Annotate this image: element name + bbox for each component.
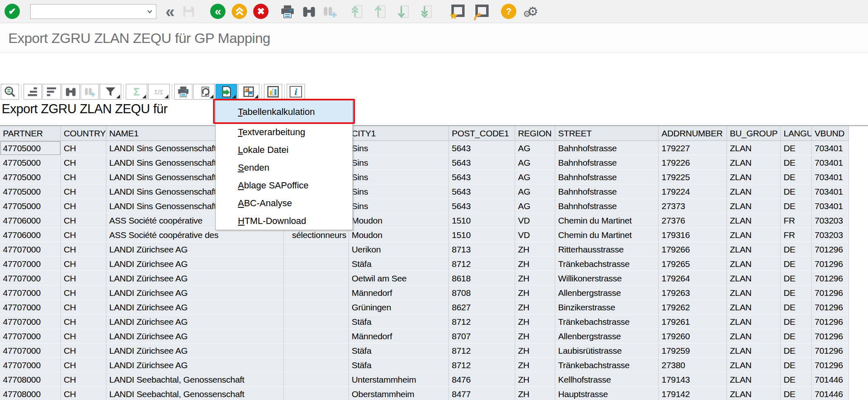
cell[interactable]: ZH [515,387,555,400]
cell[interactable]: Grüningen [349,300,449,314]
cell[interactable] [284,358,349,372]
cell[interactable]: Oetwil am See [349,271,449,286]
cell[interactable]: 8707 [449,329,515,343]
cell[interactable]: 701296 [812,358,849,372]
cell[interactable]: CH [61,155,106,170]
cell[interactable]: 703203 [812,228,849,242]
chevron-down-icon[interactable] [146,8,153,15]
cell[interactable]: LANDI Zürichsee AG [106,271,284,286]
first-page-button[interactable] [350,3,366,20]
cell[interactable]: CH [61,300,106,314]
cell[interactable]: ZLAN [727,141,781,155]
cell[interactable]: DE [781,199,812,213]
cell[interactable]: 179262 [659,300,727,314]
cell[interactable]: Bahnhofstrasse [555,199,659,213]
column-header-country[interactable]: COUNTRY [61,126,106,141]
info-button[interactable]: i [287,84,305,100]
cell[interactable]: Uerikon [349,242,449,257]
cell[interactable]: 27376 [659,213,727,228]
cell[interactable]: 47707000 [0,343,61,358]
cell[interactable]: 47705000 [0,184,61,199]
cell[interactable]: Chemin du Martinet [555,228,659,242]
cell[interactable]: 47705000 [0,199,61,213]
cell[interactable]: ZH [515,329,555,343]
sum-button[interactable]: Σ [126,84,147,100]
back-button[interactable]: « [210,4,225,19]
cell[interactable]: 701296 [812,300,849,314]
cell[interactable]: LANDI Zürichsee AG [106,242,284,257]
cell[interactable]: AG [515,199,555,213]
page-down-button[interactable] [396,3,412,20]
cell[interactable]: Bahnhofstrasse [555,184,659,199]
column-header-addrnumber[interactable]: ADDRNUMBER [659,126,727,141]
cell[interactable]: 179259 [659,343,727,358]
cell[interactable]: CH [61,228,106,242]
cell[interactable]: ZH [515,257,555,271]
cell[interactable]: CH [61,271,106,286]
cell[interactable]: 179224 [659,184,727,199]
cell[interactable]: 47707000 [0,286,61,300]
cell[interactable]: ZH [515,242,555,257]
cell[interactable]: 47707000 [0,329,61,343]
cell[interactable]: 47707000 [0,257,61,271]
cell[interactable]: LANDI Zürichsee AG [106,329,284,343]
cell[interactable]: CH [61,372,106,387]
cell[interactable]: 27373 [659,199,727,213]
cell[interactable]: 8476 [449,372,515,387]
cell[interactable]: 179316 [659,228,727,242]
cell[interactable]: DE [781,329,812,343]
cell[interactable]: ZH [515,343,555,358]
cell[interactable]: 701446 [812,372,849,387]
cell[interactable]: LANDI Seebachtal, Genossenschaft [106,387,284,400]
menu-item-html-download[interactable]: HTML-Download [216,212,352,230]
column-header-langu[interactable]: LANGU [781,126,812,141]
views-button[interactable] [193,84,215,100]
cell[interactable]: 703401 [812,199,849,213]
cell[interactable] [284,343,349,358]
graphic-button[interactable] [264,84,282,100]
cell[interactable]: DE [781,300,812,314]
cell[interactable]: 5643 [449,199,515,213]
cancel-button[interactable]: ✖ [253,4,269,19]
cell[interactable]: 47707000 [0,271,61,286]
cell[interactable]: DE [781,271,812,286]
shortcut-button[interactable]: ★ [450,5,465,19]
cell[interactable] [284,286,349,300]
cell[interactable]: ZLAN [727,329,781,343]
cell[interactable]: 179260 [659,329,727,343]
cell[interactable]: LANDI Zürichsee AG [106,358,284,372]
cell[interactable]: 1510 [449,228,515,242]
cell[interactable]: 703203 [812,213,849,228]
cell[interactable]: ZLAN [727,257,781,271]
cell[interactable]: Sins [349,141,449,155]
cell[interactable]: Sins [349,199,449,213]
save-button[interactable] [180,3,197,20]
cell[interactable]: LANDI Seebachtal, Genossenschaft [106,372,284,387]
cell[interactable]: DE [781,155,812,170]
cell[interactable]: Tränkebachstrasse [555,358,659,372]
cell[interactable]: 47705000 [0,141,61,155]
cell[interactable]: LANDI Zürichsee AG [106,343,284,358]
menu-item-tabellenkalkulation[interactable]: Tabellenkalkulation [216,100,352,123]
cell[interactable]: 179261 [659,314,727,329]
cell[interactable]: CH [61,257,106,271]
cell[interactable]: DE [781,170,812,184]
cell[interactable]: ZLAN [727,300,781,314]
cell[interactable]: ZH [515,271,555,286]
cell[interactable]: Stäfa [349,343,449,358]
cell[interactable]: 47708000 [0,372,61,387]
menu-item-ablage-sapoffice[interactable]: Ablage SAPoffice [216,176,352,194]
menu-item-abc-analyse[interactable]: ABC-Analyse [216,194,352,212]
cell[interactable]: DE [781,184,812,199]
cell[interactable]: DE [781,372,812,387]
enter-button[interactable]: ✔ [5,4,20,19]
cell[interactable]: LANDI Zürichsee AG [106,300,284,314]
cell[interactable]: 179225 [659,170,727,184]
cell[interactable]: 701296 [812,286,849,300]
cell[interactable]: CH [61,343,106,358]
help-button[interactable]: ? [501,4,516,19]
cell[interactable]: 701296 [812,314,849,329]
cell[interactable]: DE [781,257,812,271]
cell[interactable]: ZLAN [727,387,781,400]
cell[interactable]: 701296 [812,242,849,257]
